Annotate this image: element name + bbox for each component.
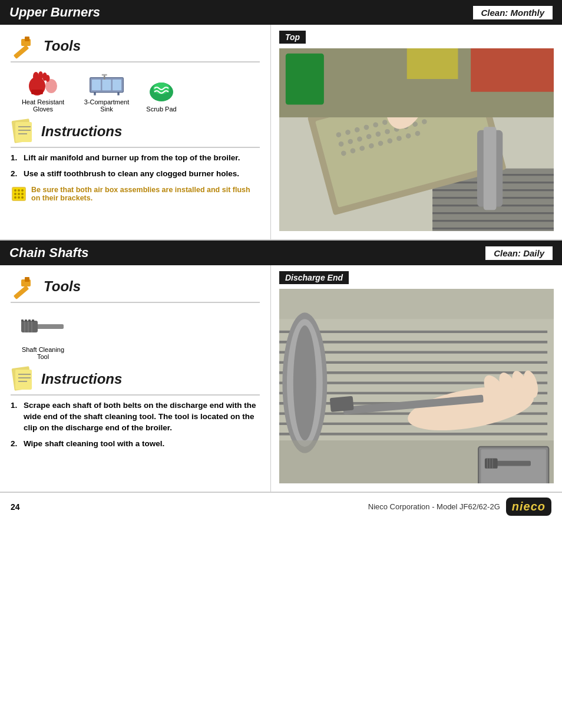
chain-instruction-item-1: 1. Scrape each shaft of both belts on th…	[11, 400, 260, 434]
chain-shafts-photo	[279, 289, 554, 483]
chain-shafts-frequency: Clean: Daily	[485, 246, 553, 260]
svg-rect-84	[484, 127, 497, 210]
svg-rect-97	[21, 319, 24, 322]
tool-shaft-label: Shaft Cleaning Tool	[16, 346, 70, 360]
scrubpad-icon	[144, 75, 179, 104]
upper-burners-title: Upper Burners	[9, 5, 100, 20]
svg-rect-18	[102, 74, 107, 75]
svg-point-32	[18, 193, 20, 195]
svg-point-35	[18, 196, 20, 199]
nieco-logo: nieco	[506, 498, 551, 516]
svg-point-36	[21, 196, 24, 199]
instruction-item-2: 2. Use a stiff toothbrush to clean any c…	[11, 169, 260, 180]
page-number: 24	[11, 502, 20, 512]
svg-point-29	[18, 189, 20, 192]
hammer-icon	[11, 33, 39, 59]
svg-rect-13	[103, 80, 111, 90]
svg-rect-132	[492, 461, 531, 466]
svg-rect-89	[14, 285, 29, 299]
svg-point-28	[14, 189, 16, 192]
discharge-photo-label: Discharge End	[279, 271, 554, 289]
warning-icon	[11, 186, 27, 202]
svg-rect-100	[32, 319, 34, 322]
upper-burners-photo	[279, 48, 554, 231]
tool-sink-label: 3-Compartment Sink	[80, 98, 133, 113]
tool-scrubpad: Scrub Pad	[144, 75, 179, 113]
svg-rect-99	[28, 319, 31, 322]
svg-rect-16	[117, 93, 119, 95]
svg-point-5	[33, 72, 39, 81]
chain-shafts-instructions: 1. Scrape each shaft of both belts on th…	[11, 400, 260, 450]
chain-shafts-instructions-heading: Instructions	[11, 366, 260, 396]
paper-icon-2	[11, 366, 37, 392]
warning-note: Be sure that both air box assemblies are…	[11, 186, 260, 202]
nieco-logo-text: nieco	[512, 500, 546, 513]
tools-title: Tools	[44, 38, 81, 54]
svg-rect-92	[34, 324, 64, 329]
upper-burners-section: Upper Burners Clean: Monthly Tools	[0, 0, 562, 241]
upper-burners-header: Upper Burners Clean: Monthly	[0, 0, 562, 25]
top-photo-label: Top	[279, 31, 554, 48]
svg-rect-91	[25, 277, 29, 282]
chain-shafts-left: Tools	[0, 265, 271, 492]
svg-rect-87	[471, 48, 554, 92]
svg-rect-2	[25, 37, 29, 41]
svg-point-34	[14, 196, 16, 199]
chain-shafts-tools-heading: Tools	[11, 274, 260, 303]
page-footer: 24 Nieco Corporation - Model JF62/62-2G …	[0, 493, 562, 519]
upper-burners-instructions: 1. Lift air manifold and burner up from …	[11, 153, 260, 180]
chain-instruction-item-2: 2. Wipe shaft cleaning tool with a towel…	[11, 439, 260, 450]
svg-rect-9	[31, 90, 43, 94]
paper-icon	[11, 118, 37, 144]
svg-rect-14	[113, 80, 121, 90]
svg-rect-102	[15, 370, 32, 390]
svg-point-33	[21, 193, 24, 195]
tool-sink: 3-Compartment Sink	[80, 68, 133, 113]
svg-rect-12	[92, 80, 101, 90]
sink-icon	[89, 68, 124, 97]
tool-gloves: Heat Resistant Gloves	[16, 68, 70, 113]
instruction-item-1: 1. Lift air manifold and burner up from …	[11, 153, 260, 164]
svg-point-10	[45, 79, 57, 93]
svg-rect-86	[286, 54, 324, 105]
svg-rect-15	[94, 93, 95, 95]
tool-scrubpad-label: Scrub Pad	[146, 106, 176, 113]
tools-heading: Tools	[11, 33, 260, 62]
svg-rect-4	[30, 83, 35, 91]
tool-gloves-label: Heat Resistant Gloves	[16, 98, 70, 113]
instructions-heading: Instructions	[11, 118, 260, 148]
chain-shafts-title: Chain Shafts	[9, 245, 88, 261]
chain-shafts-right: Discharge End	[271, 265, 562, 492]
upper-burners-frequency: Clean: Monthly	[473, 6, 553, 19]
tools-items-row: Heat Resistant Gloves	[16, 68, 260, 113]
chain-shafts-instructions-title: Instructions	[41, 371, 122, 387]
svg-rect-133	[485, 458, 498, 468]
upper-burners-left: Tools	[0, 25, 271, 239]
hammer-icon-2	[11, 274, 39, 299]
svg-point-121	[293, 325, 316, 440]
chain-shafts-content: Tools	[0, 265, 562, 493]
svg-rect-88	[407, 48, 458, 79]
svg-rect-98	[25, 319, 27, 322]
svg-point-6	[38, 71, 43, 80]
chain-shafts-section: Chain Shafts Clean: Daily Tools	[0, 241, 562, 493]
tool-shaft: Shaft Cleaning Tool	[16, 309, 70, 360]
chain-shafts-header: Chain Shafts Clean: Daily	[0, 241, 562, 265]
upper-burners-content: Tools	[0, 25, 562, 241]
chain-shafts-tools-title: Tools	[44, 278, 81, 295]
instructions-title: Instructions	[41, 123, 122, 140]
footer-brand-area: Nieco Corporation - Model JF62/62-2G nie…	[368, 498, 551, 516]
svg-point-30	[21, 189, 24, 192]
shaft-tool-icon	[16, 309, 70, 344]
svg-point-31	[14, 193, 16, 195]
footer-brand-text: Nieco Corporation - Model JF62/62-2G	[368, 502, 500, 511]
svg-rect-128	[330, 396, 354, 412]
warning-text: Be sure that both air box assemblies are…	[31, 186, 260, 202]
svg-rect-0	[14, 45, 29, 59]
chain-shafts-tools-row: Shaft Cleaning Tool	[16, 309, 260, 360]
svg-rect-22	[15, 122, 32, 142]
gloves-icon	[25, 68, 61, 97]
upper-burners-right: Top	[271, 25, 562, 239]
svg-rect-93	[21, 321, 38, 332]
